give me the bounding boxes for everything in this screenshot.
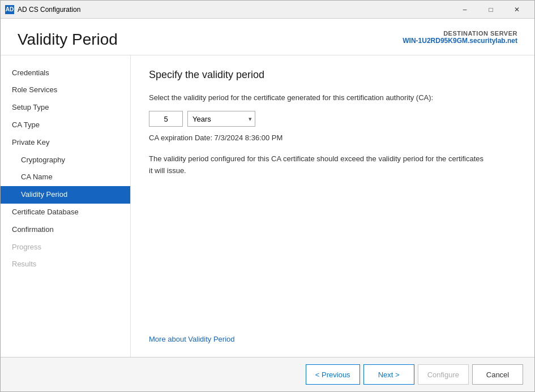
sidebar-item-setup-type[interactable]: Setup Type <box>1 99 130 117</box>
section-heading: Specify the validity period <box>149 69 516 81</box>
cancel-button[interactable]: Cancel <box>472 364 523 385</box>
destination-server-name: WIN-1U2RD95K9GM.securitylab.net <box>403 37 517 45</box>
page-title-section: Validity Period <box>18 30 403 49</box>
description-text: Select the validity period for the certi… <box>149 92 516 104</box>
destination-server-label: DESTINATION SERVER <box>403 30 517 37</box>
sidebar-item-ca-type[interactable]: CA Type <box>1 117 130 134</box>
sidebar-item-credentials[interactable]: Credentials <box>1 64 130 82</box>
sidebar-item-role-services[interactable]: Role Services <box>1 81 130 99</box>
main-content: Specify the validity period Select the v… <box>131 55 534 357</box>
destination-server-section: DESTINATION SERVER WIN-1U2RD95K9GM.secur… <box>403 30 517 45</box>
sidebar: Credentials Role Services Setup Type CA … <box>1 55 131 357</box>
app-icon-label: AD <box>6 6 14 12</box>
info-note: The validity period configured for this … <box>149 153 489 177</box>
validity-unit-select[interactable]: Years Months Weeks Days <box>187 111 255 127</box>
sidebar-item-ca-name[interactable]: CA Name <box>1 169 130 186</box>
sidebar-item-results: Results <box>1 256 130 273</box>
window-controls: – □ ✕ <box>452 1 530 19</box>
sidebar-item-confirmation[interactable]: Confirmation <box>1 221 130 239</box>
configure-button: Configure <box>418 364 469 385</box>
validity-inputs: Years Months Weeks Days <box>149 111 516 127</box>
minimize-button[interactable]: – <box>452 1 478 19</box>
maximize-button[interactable]: □ <box>478 1 504 19</box>
close-button[interactable]: ✕ <box>504 1 530 19</box>
title-bar-title: AD CS Configuration <box>18 6 452 14</box>
validity-number-input[interactable] <box>149 111 183 127</box>
main-window: AD AD CS Configuration – □ ✕ Validity Pe… <box>0 0 535 392</box>
footer: < Previous Next > Configure Cancel <box>1 357 534 391</box>
content-area: Validity Period DESTINATION SERVER WIN-1… <box>1 19 534 391</box>
next-button[interactable]: Next > <box>363 364 414 385</box>
page-title: Validity Period <box>18 30 403 49</box>
sidebar-item-progress: Progress <box>1 239 130 256</box>
sidebar-item-cryptography[interactable]: Cryptography <box>1 152 130 169</box>
app-icon: AD <box>5 5 14 14</box>
sidebar-item-validity-period[interactable]: Validity Period <box>1 186 130 204</box>
expiration-date: CA expiration Date: 7/3/2024 8:36:00 PM <box>149 133 516 142</box>
sidebar-item-private-key[interactable]: Private Key <box>1 134 130 152</box>
previous-button[interactable]: < Previous <box>306 364 360 385</box>
title-bar: AD AD CS Configuration – □ ✕ <box>1 1 534 19</box>
main-layout: Credentials Role Services Setup Type CA … <box>1 55 534 357</box>
validity-unit-wrapper: Years Months Weeks Days <box>187 111 255 127</box>
sidebar-item-certificate-database[interactable]: Certificate Database <box>1 204 130 221</box>
header-section: Validity Period DESTINATION SERVER WIN-1… <box>1 19 534 55</box>
more-about-link[interactable]: More about Validity Period <box>149 335 516 343</box>
